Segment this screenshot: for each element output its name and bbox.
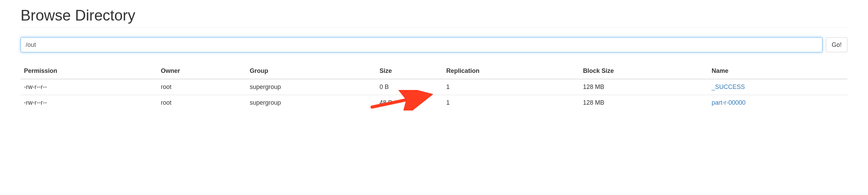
go-button[interactable]: Go! [826,37,847,52]
cell-block-size: 128 MB [580,79,708,95]
cell-size: 0 B [376,79,443,95]
col-name: Name [708,63,847,79]
file-link-success[interactable]: _SUCCESS [712,83,745,90]
col-size: Size [376,63,443,79]
table-row: -rw-r--r-- root supergroup 48 B 1 128 MB… [21,95,847,111]
file-table: Permission Owner Group Size Replication … [21,63,847,110]
cell-size: 48 B [376,95,443,111]
cell-replication: 1 [443,95,580,111]
table-row: -rw-r--r-- root supergroup 0 B 1 128 MB … [21,79,847,95]
file-link-part[interactable]: part-r-00000 [712,99,746,106]
cell-permission: -rw-r--r-- [21,95,157,111]
col-group: Group [246,63,376,79]
cell-owner: root [157,79,246,95]
cell-group: supergroup [246,95,376,111]
path-input[interactable] [21,37,822,52]
cell-owner: root [157,95,246,111]
col-block-size: Block Size [580,63,708,79]
cell-name: _SUCCESS [708,79,847,95]
cell-name: part-r-00000 [708,95,847,111]
cell-permission: -rw-r--r-- [21,79,157,95]
cell-replication: 1 [443,79,580,95]
col-owner: Owner [157,63,246,79]
page-title: Browse Directory [21,7,847,28]
cell-group: supergroup [246,79,376,95]
path-row: Go! [21,37,847,52]
cell-block-size: 128 MB [580,95,708,111]
col-replication: Replication [443,63,580,79]
col-permission: Permission [21,63,157,79]
